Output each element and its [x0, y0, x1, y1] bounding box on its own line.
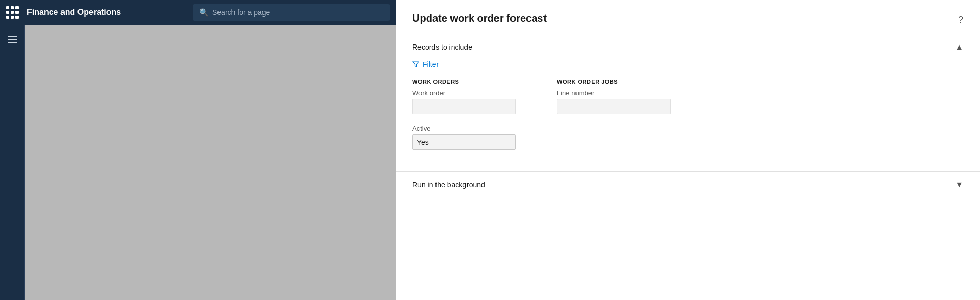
- run-background-title: Run in the background: [412, 181, 485, 189]
- filter-label: Filter: [423, 60, 439, 68]
- records-chevron-icon: ▲: [955, 42, 963, 52]
- search-bar[interactable]: 🔍 Search for a page: [193, 4, 390, 21]
- dialog-title: Update work order forecast: [412, 12, 547, 24]
- app-title: Finance and Operations: [27, 8, 121, 17]
- search-icon: 🔍: [199, 8, 208, 17]
- top-bar: Finance and Operations 🔍 Search for a pa…: [0, 0, 396, 25]
- sidebar-toggle: [0, 25, 25, 300]
- active-input[interactable]: Yes: [412, 134, 516, 150]
- work-order-label: Work order: [412, 89, 516, 97]
- line-number-input[interactable]: [557, 99, 671, 114]
- work-order-input[interactable]: [412, 99, 516, 114]
- run-background-chevron-icon: ▼: [955, 180, 963, 189]
- active-value: Yes: [417, 138, 429, 146]
- filter-link[interactable]: Filter: [412, 60, 963, 68]
- records-section-content: Filter WORK ORDERS Work order Active Yes: [396, 60, 980, 162]
- search-placeholder: Search for a page: [212, 8, 270, 17]
- run-background-section-header[interactable]: Run in the background ▼: [396, 171, 980, 198]
- left-panel: Finance and Operations 🔍 Search for a pa…: [0, 0, 396, 300]
- columns-row: WORK ORDERS Work order Active Yes WORK O…: [412, 79, 963, 150]
- right-panel: Update work order forecast ? Records to …: [396, 0, 980, 300]
- line-number-label: Line number: [557, 89, 671, 97]
- main-area: [25, 25, 396, 300]
- filter-icon: [412, 61, 419, 68]
- active-field-group: Active Yes: [412, 125, 516, 150]
- line-number-field-group: Line number: [557, 89, 671, 114]
- records-section-header[interactable]: Records to include ▲: [396, 34, 980, 60]
- work-orders-column: WORK ORDERS Work order Active Yes: [412, 79, 516, 150]
- left-content: [0, 25, 396, 300]
- work-order-jobs-header: WORK ORDER JOBS: [557, 79, 671, 85]
- work-order-jobs-column: WORK ORDER JOBS Line number: [557, 79, 671, 150]
- help-icon[interactable]: ?: [958, 14, 963, 25]
- active-label: Active: [412, 125, 516, 132]
- hamburger-icon[interactable]: [5, 33, 20, 47]
- records-section-title: Records to include: [412, 43, 472, 51]
- work-orders-header: WORK ORDERS: [412, 79, 516, 85]
- dialog-header: Update work order forecast ?: [396, 0, 980, 25]
- work-order-field-group: Work order: [412, 89, 516, 114]
- app-grid-icon[interactable]: [6, 6, 19, 19]
